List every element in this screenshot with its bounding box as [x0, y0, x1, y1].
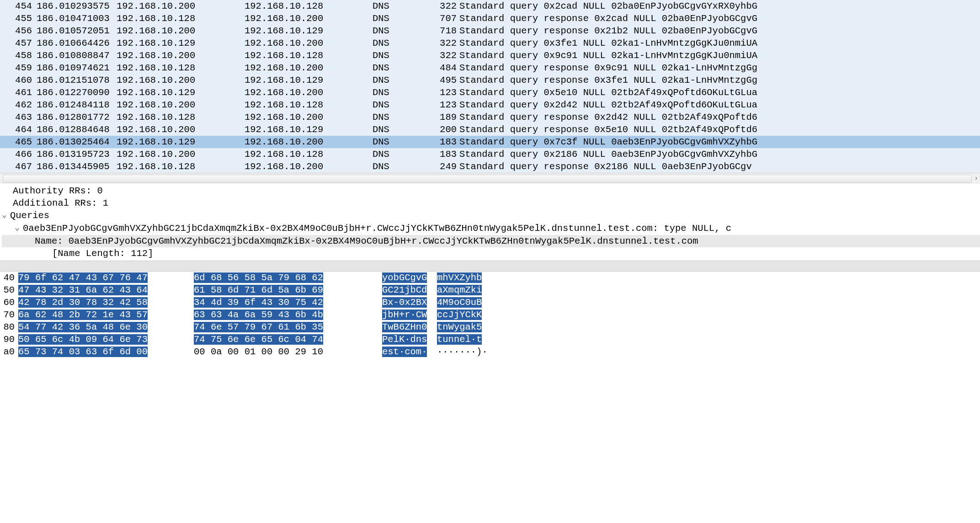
packet-info: Standard query 0x2186 NULL 0aeb3EnPJyobG…	[459, 148, 980, 160]
packet-row[interactable]: 464186.012884648192.168.10.200192.168.10…	[0, 123, 980, 136]
packet-list-hscroll[interactable]: ›	[0, 173, 980, 184]
hex-bytes-right: 61 58 6d 71 6d 5a 6b 69	[194, 284, 382, 296]
detail-additional-rrs[interactable]: Additional RRs: 1	[2, 197, 980, 209]
hex-row[interactable]: 6042 78 2d 30 78 32 42 5834 4d 39 6f 43 …	[0, 296, 980, 309]
hex-ascii-left: yobGCgvG	[382, 272, 437, 284]
hex-bytes-left: 47 43 32 31 6a 62 43 64	[18, 284, 194, 296]
packet-row[interactable]: 467186.013445905192.168.10.128192.168.10…	[0, 160, 980, 173]
hex-ascii-left: TwB6ZHn0	[382, 321, 437, 333]
packet-protocol: DNS	[373, 99, 427, 111]
hex-ascii-left: Bx-0x2BX	[382, 296, 437, 309]
packet-details[interactable]: Authority RRs: 0 Additional RRs: 1 Queri…	[0, 184, 980, 261]
packet-length: 322	[427, 49, 459, 62]
pane-separator[interactable]	[0, 261, 980, 272]
packet-protocol: DNS	[373, 49, 427, 62]
packet-protocol: DNS	[373, 74, 427, 86]
packet-time: 186.010471003	[37, 12, 117, 25]
packet-length: 484	[427, 62, 459, 74]
packet-time: 186.010974621	[37, 62, 117, 74]
packet-info: Standard query response 0x2186 NULL 0aeb…	[459, 160, 980, 173]
packet-protocol: DNS	[373, 37, 427, 49]
hex-row[interactable]: 4079 6f 62 47 43 67 76 476d 68 56 58 5a …	[0, 272, 980, 284]
packet-row[interactable]: 457186.010664426192.168.10.129192.168.10…	[0, 37, 980, 49]
packet-time: 186.012801772	[37, 111, 117, 123]
packet-row[interactable]: 454186.010293575192.168.10.200192.168.10…	[0, 0, 980, 12]
packet-destination: 192.168.10.200	[245, 86, 373, 99]
packet-no: 455	[5, 12, 37, 25]
packet-length: 189	[427, 111, 459, 123]
packet-time: 186.013445905	[37, 160, 117, 173]
hex-bytes-left: 6a 62 48 2b 72 1e 43 57	[18, 309, 194, 321]
packet-row[interactable]: 466186.013195723192.168.10.200192.168.10…	[0, 148, 980, 160]
detail-name-length[interactable]: [Name Length: 112]	[2, 247, 980, 260]
packet-row[interactable]: 456186.010572051192.168.10.200192.168.10…	[0, 25, 980, 37]
hex-row[interactable]: 9050 65 6c 4b 09 64 6e 7374 75 6e 6e 65 …	[0, 333, 980, 346]
detail-query-name[interactable]: Name: 0aeb3EnPJyobGCgvGmhVXZyhbGC21jbCda…	[2, 235, 980, 247]
packet-list[interactable]: 454186.010293575192.168.10.200192.168.10…	[0, 0, 980, 173]
hex-ascii-right: ccJjYCkK	[437, 309, 501, 321]
hex-bytes-right: 74 6e 57 79 67 61 6b 35	[194, 321, 382, 333]
packet-info: Standard query response 0x2d42 NULL 02tb…	[459, 111, 980, 123]
packet-row[interactable]: 463186.012801772192.168.10.128192.168.10…	[0, 111, 980, 123]
packet-row[interactable]: 459186.010974621192.168.10.128192.168.10…	[0, 62, 980, 74]
packet-destination: 192.168.10.200	[245, 136, 373, 148]
packet-length: 707	[427, 12, 459, 25]
hscroll-track[interactable]	[3, 175, 972, 183]
hex-ascii-right: mhVXZyhb	[437, 272, 501, 284]
packet-source: 192.168.10.129	[117, 86, 245, 99]
packet-row[interactable]: 455186.010471003192.168.10.128192.168.10…	[0, 12, 980, 25]
packet-time: 186.010664426	[37, 37, 117, 49]
packet-length: 123	[427, 99, 459, 111]
hex-row[interactable]: 5047 43 32 31 6a 62 43 6461 58 6d 71 6d …	[0, 284, 980, 296]
hex-offset: 60	[0, 296, 18, 309]
packet-no: 456	[5, 25, 37, 37]
hscroll-right-arrow[interactable]: ›	[975, 172, 978, 185]
packet-info: Standard query response 0x9c91 NULL 02ka…	[459, 62, 980, 74]
detail-authority-rrs[interactable]: Authority RRs: 0	[2, 185, 980, 197]
packet-row[interactable]: 461186.012270090192.168.10.129192.168.10…	[0, 86, 980, 99]
hex-ascii-left: est·com·	[382, 346, 437, 358]
packet-info: Standard query 0x2d42 NULL 02tb2Af49xQPo…	[459, 99, 980, 111]
hex-row[interactable]: 706a 62 48 2b 72 1e 43 5763 63 4a 6a 59 …	[0, 309, 980, 321]
packet-length: 123	[427, 86, 459, 99]
hex-offset: 80	[0, 321, 18, 333]
packet-no: 463	[5, 111, 37, 123]
hex-row[interactable]: 8054 77 42 36 5a 48 6e 3074 6e 57 79 67 …	[0, 321, 980, 333]
packet-source: 192.168.10.128	[117, 111, 245, 123]
hex-ascii-right: tunnel·t	[437, 333, 501, 346]
packet-row[interactable]: 458186.010808847192.168.10.200192.168.10…	[0, 49, 980, 62]
hex-dump[interactable]: 4079 6f 62 47 43 67 76 476d 68 56 58 5a …	[0, 272, 980, 358]
packet-info: Standard query 0x5e10 NULL 02tb2Af49xQPo…	[459, 86, 980, 99]
hex-ascii-left: GC21jbCd	[382, 284, 437, 296]
packet-protocol: DNS	[373, 136, 427, 148]
detail-query-entry[interactable]: 0aeb3EnPJyobGCgvGmhVXZyhbGC21jbCdaXmqmZk…	[2, 222, 980, 235]
packet-destination: 192.168.10.128	[245, 99, 373, 111]
packet-source: 192.168.10.129	[117, 37, 245, 49]
packet-row[interactable]: 465186.013025464192.168.10.129192.168.10…	[0, 136, 980, 148]
packet-no: 459	[5, 62, 37, 74]
packet-time: 186.012484118	[37, 99, 117, 111]
packet-row[interactable]: 460186.012151078192.168.10.200192.168.10…	[0, 74, 980, 86]
hex-bytes-right: 74 75 6e 6e 65 6c 04 74	[194, 333, 382, 346]
packet-no: 465	[5, 136, 37, 148]
hex-ascii-left: PelK·dns	[382, 333, 437, 346]
hex-row[interactable]: a065 73 74 03 63 6f 6d 0000 0a 00 01 00 …	[0, 346, 980, 358]
packet-length: 183	[427, 136, 459, 148]
packet-no: 460	[5, 74, 37, 86]
packet-row[interactable]: 462186.012484118192.168.10.200192.168.10…	[0, 99, 980, 111]
detail-queries-node[interactable]: Queries	[2, 209, 980, 222]
hex-bytes-right: 34 4d 39 6f 43 30 75 42	[194, 296, 382, 309]
hex-bytes-left: 54 77 42 36 5a 48 6e 30	[18, 321, 194, 333]
hex-bytes-left: 79 6f 62 47 43 67 76 47	[18, 272, 194, 284]
packet-length: 183	[427, 148, 459, 160]
hex-bytes-left: 50 65 6c 4b 09 64 6e 73	[18, 333, 194, 346]
hex-offset: 50	[0, 284, 18, 296]
packet-length: 322	[427, 37, 459, 49]
packet-time: 186.012151078	[37, 74, 117, 86]
packet-no: 462	[5, 99, 37, 111]
packet-destination: 192.168.10.200	[245, 37, 373, 49]
packet-length: 249	[427, 160, 459, 173]
hex-ascii-right: tnWygak5	[437, 321, 501, 333]
packet-source: 192.168.10.129	[117, 136, 245, 148]
hex-bytes-right: 6d 68 56 58 5a 79 68 62	[194, 272, 382, 284]
